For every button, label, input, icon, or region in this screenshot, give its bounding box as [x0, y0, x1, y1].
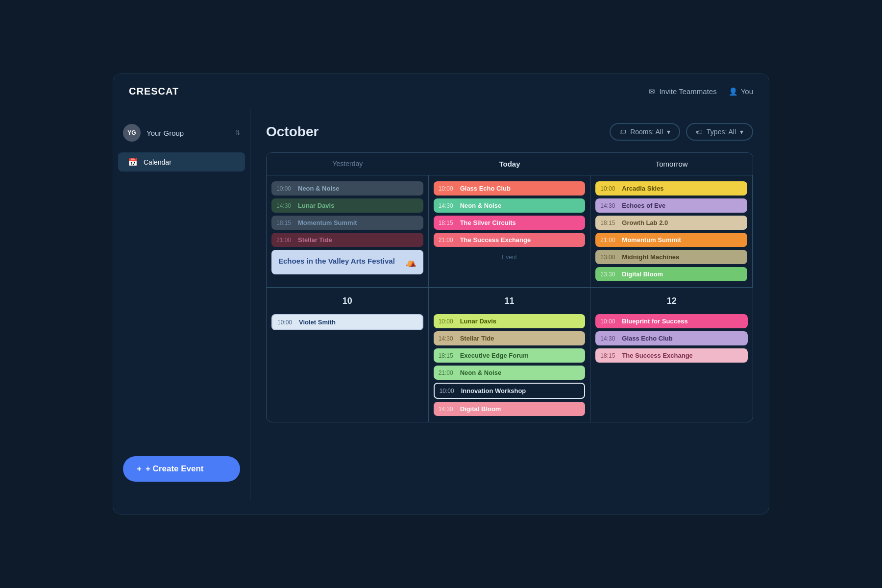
create-event-button[interactable]: + + Create Event — [123, 456, 240, 482]
app-window: CRESCAT ✉ Invite Teammates 👤 You YG Your… — [113, 74, 769, 514]
today-header: Today — [429, 153, 591, 175]
event-item[interactable]: 10:00 Innovation Workshop — [434, 383, 586, 399]
sidebar-item-calendar[interactable]: 📅 Calendar — [118, 152, 245, 172]
filter-buttons: 🏷 Rooms: All ▾ 🏷 Types: All ▾ — [610, 123, 753, 141]
event-item[interactable]: 10:00 Arcadia Skies — [595, 181, 747, 196]
event-item[interactable]: 10:00 Lunar Davis — [434, 314, 586, 328]
event-item[interactable]: 14:30 Digital Bloom — [434, 402, 586, 416]
date-10-col: 10 10:00 Violet Smith — [267, 288, 429, 422]
date-11-col: 11 10:00 Lunar Davis 14:30 Stellar Tide … — [429, 288, 591, 422]
header-actions: ✉ Invite Teammates 👤 You — [649, 87, 753, 96]
yesterday-col: 10:00 Neon & Noise 14:30 Lunar Davis 18:… — [267, 175, 429, 287]
sidebar: YG Your Group ⇅ 📅 Calendar + + Create Ev… — [113, 109, 250, 501]
sidebar-bottom: + + Create Event — [113, 172, 250, 491]
today-bottom-label: Event — [434, 250, 586, 265]
group-avatar: YG — [123, 124, 141, 142]
event-item[interactable]: 14:30 Stellar Tide — [434, 331, 586, 345]
festival-event[interactable]: Echoes in the Valley Arts Festival ⛺ — [271, 250, 423, 274]
yesterday-header: Yesterday — [267, 153, 429, 175]
event-item[interactable]: 14:30 Lunar Davis — [271, 198, 423, 213]
date-12: 12 — [595, 296, 748, 306]
event-item[interactable]: 10:00 Violet Smith — [271, 314, 423, 330]
mail-icon: ✉ — [649, 87, 655, 96]
date-12-col: 12 10:00 Blueprint for Success 14:30 Gla… — [590, 288, 753, 422]
event-item[interactable]: 18:15 Momentum Summit — [271, 216, 423, 230]
event-item[interactable]: 18:15 The Success Exchange — [595, 348, 748, 363]
group-name: Your Group — [147, 129, 229, 137]
event-item[interactable]: 18:15 Executive Edge Forum — [434, 348, 586, 363]
logo: CRESCAT — [129, 86, 649, 97]
event-item[interactable]: 18:15 Growth Lab 2.0 — [595, 216, 747, 230]
types-icon: 🏷 — [696, 128, 703, 136]
tomorrow-col: 10:00 Arcadia Skies 14:30 Echoes of Eve … — [590, 175, 753, 287]
calendar-icon: 📅 — [128, 157, 138, 167]
chevron-icon: ⇅ — [235, 129, 240, 136]
calendar-grid: Yesterday Today Tomorrow 10:00 Neon & No… — [266, 152, 753, 422]
festival-name: Echoes in the Valley Arts Festival — [278, 257, 395, 265]
event-item[interactable]: 23:30 Digital Bloom — [595, 267, 747, 281]
header: CRESCAT ✉ Invite Teammates 👤 You — [113, 74, 769, 109]
festival-icon: ⛺ — [406, 257, 416, 268]
plus-icon: + — [137, 464, 142, 474]
month-title: October — [266, 124, 318, 140]
types-filter[interactable]: 🏷 Types: All ▾ — [686, 123, 753, 141]
user-button[interactable]: 👤 You — [729, 87, 753, 96]
event-item[interactable]: 10:00 Blueprint for Success — [595, 314, 748, 328]
tomorrow-header: Tomorrow — [590, 153, 753, 175]
event-item[interactable]: 21:00 Neon & Noise — [434, 366, 586, 380]
rooms-chevron-icon: ▾ — [667, 128, 670, 136]
event-item[interactable]: 10:00 Glass Echo Club — [434, 181, 586, 196]
event-item[interactable]: 18:15 The Silver Circuits — [434, 216, 586, 230]
main-header: October 🏷 Rooms: All ▾ 🏷 Types: All ▾ — [266, 123, 753, 141]
date-10: 10 — [271, 296, 423, 306]
date-11: 11 — [434, 296, 586, 306]
main-content: October 🏷 Rooms: All ▾ 🏷 Types: All ▾ — [250, 109, 769, 501]
invite-button[interactable]: ✉ Invite Teammates — [649, 87, 716, 96]
rooms-filter[interactable]: 🏷 Rooms: All ▾ — [610, 123, 680, 141]
app-body: YG Your Group ⇅ 📅 Calendar + + Create Ev… — [113, 109, 769, 501]
event-item[interactable]: 21:00 Momentum Summit — [595, 233, 747, 247]
event-item[interactable]: 14:30 Echoes of Eve — [595, 198, 747, 213]
event-item[interactable]: 21:00 The Success Exchange — [434, 233, 586, 247]
event-item[interactable]: 14:30 Neon & Noise — [434, 198, 586, 213]
event-item[interactable]: 23:00 Midnight Machines — [595, 250, 747, 264]
event-item[interactable]: 10:00 Neon & Noise — [271, 181, 423, 196]
event-item[interactable]: 21:00 Stellar Tide — [271, 233, 423, 247]
today-col: 10:00 Glass Echo Club 14:30 Neon & Noise… — [429, 175, 591, 287]
event-item[interactable]: 14:30 Glass Echo Club — [595, 331, 748, 345]
user-icon: 👤 — [729, 87, 738, 96]
types-chevron-icon: ▾ — [740, 128, 743, 136]
rooms-icon: 🏷 — [619, 128, 626, 136]
calendar-label: Calendar — [144, 158, 172, 166]
group-selector[interactable]: YG Your Group ⇅ — [113, 119, 250, 147]
